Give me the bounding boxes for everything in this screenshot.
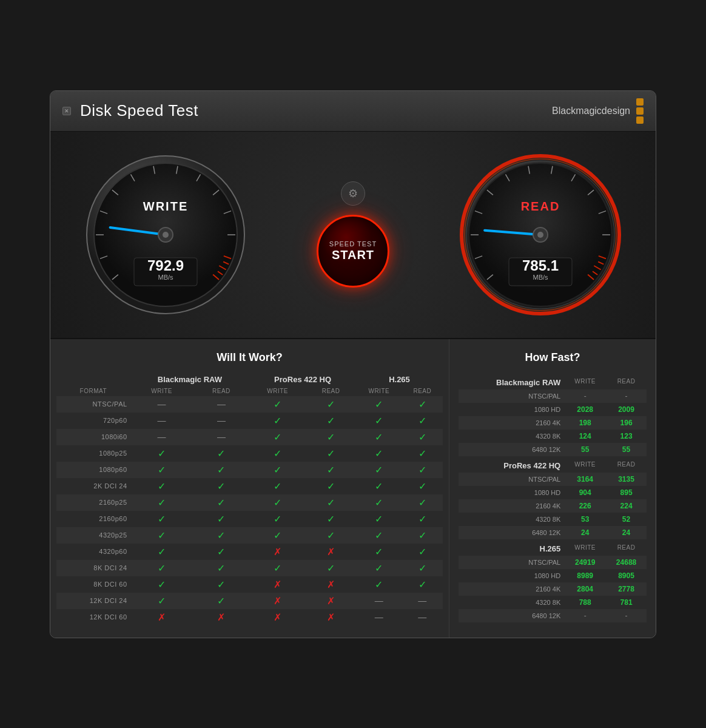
- svg-point-21: [163, 232, 169, 238]
- svg-point-49: [537, 232, 543, 238]
- brand-icon: [636, 98, 644, 124]
- hf-row: 4320 8K124123: [459, 430, 647, 443]
- close-button[interactable]: ✕: [62, 107, 71, 115]
- hf-row: 6480 12K--: [459, 609, 647, 622]
- wiw-row: 2160p60✓✓✓✓✓✓: [56, 511, 443, 527]
- start-main-label: START: [332, 248, 374, 262]
- hf-row: NTSC/PAL31643135: [459, 473, 647, 486]
- wiw-row: 1080p25✓✓✓✓✓✓: [56, 445, 443, 462]
- wiw-row: 4320p25✓✓✓✓✓✓: [56, 527, 443, 544]
- read-gauge-svg: READ 785.1 MB/s: [456, 150, 625, 320]
- start-button[interactable]: SPEED TEST START: [317, 215, 389, 288]
- brand-area: Blackmagicdesign: [552, 98, 644, 124]
- wiw-row: NTSC/PAL——✓✓✓✓: [56, 396, 443, 413]
- wiw-header-h265: H.265: [356, 373, 443, 386]
- will-it-work-title: Will It Work?: [56, 351, 443, 364]
- hf-row: 4320 8K5352: [459, 513, 647, 526]
- data-section: Will It Work? Blackmagic RAW ProRes 422 …: [50, 339, 656, 638]
- hf-row: 2160 4K28042778: [459, 582, 647, 596]
- wiw-col-pr-r: READ: [306, 386, 356, 396]
- wiw-col-bm-w: WRITE: [130, 386, 193, 396]
- hf-row: 6480 12K2424: [459, 526, 647, 539]
- wiw-row: 2K DCI 24✓✓✓✓✓✓: [56, 478, 443, 494]
- brand-dot-2: [636, 107, 644, 115]
- wiw-row: 1080i60——✓✓✓✓: [56, 429, 443, 445]
- hf-section-title-row: ProRes 422 HQWRITEREAD: [459, 456, 647, 473]
- start-sub-label: SPEED TEST: [329, 241, 377, 248]
- how-fast-panel: How Fast? Blackmagic RAWWRITEREADNTSC/PA…: [449, 339, 656, 638]
- svg-text:785.1: 785.1: [522, 257, 559, 274]
- hf-row: 4320 8K788781: [459, 596, 647, 609]
- gauges-section: WRITE 792.9 MB/s ⚙ SPEED TEST START: [50, 132, 656, 339]
- hf-row: 2160 4K198196: [459, 416, 647, 430]
- brand-name: Blackmagicdesign: [552, 106, 630, 116]
- wiw-row: 12K DCI 24✓✓✗✗——: [56, 593, 443, 609]
- will-it-work-panel: Will It Work? Blackmagic RAW ProRes 422 …: [50, 339, 449, 638]
- wiw-row: 1080p60✓✓✓✓✓✓: [56, 462, 443, 478]
- gear-icon: ⚙: [348, 187, 358, 200]
- wiw-table: Blackmagic RAW ProRes 422 HQ H.265 FORMA…: [56, 373, 443, 625]
- svg-text:MB/s: MB/s: [533, 274, 548, 281]
- wiw-col-bm-r: READ: [193, 386, 250, 396]
- brand-dot-3: [636, 116, 644, 124]
- wiw-row: 720p60——✓✓✓✓: [56, 413, 443, 429]
- hf-row: 1080 HD89898905: [459, 569, 647, 582]
- read-gauge: READ 785.1 MB/s: [449, 150, 631, 320]
- wiw-row: 2160p25✓✓✓✓✓✓: [56, 494, 443, 511]
- title-bar: ✕ Disk Speed Test Blackmagicdesign: [50, 91, 656, 132]
- wiw-col-h-w: WRITE: [356, 386, 402, 396]
- app-title: Disk Speed Test: [80, 101, 198, 120]
- wiw-col-format: FORMAT: [56, 386, 130, 396]
- wiw-row: 4320p60✓✓✗✗✓✓: [56, 544, 443, 560]
- svg-text:MB/s: MB/s: [158, 274, 173, 281]
- wiw-row: 8K DCI 24✓✓✓✓✓✓: [56, 560, 443, 576]
- hf-section-title-row: Blackmagic RAWWRITEREAD: [459, 373, 647, 389]
- svg-text:READ: READ: [521, 200, 560, 213]
- write-gauge-svg: WRITE 792.9 MB/s: [81, 150, 250, 320]
- wiw-col-h-r: READ: [402, 386, 443, 396]
- app-window: ✕ Disk Speed Test Blackmagicdesign: [50, 90, 656, 638]
- svg-text:792.9: 792.9: [147, 257, 184, 274]
- wiw-header-pr: ProRes 422 HQ: [249, 373, 356, 386]
- hf-row: 6480 12K5555: [459, 443, 647, 456]
- svg-text:WRITE: WRITE: [143, 200, 188, 213]
- hf-section-title-row: H.265WRITEREAD: [459, 539, 647, 556]
- wiw-row: 12K DCI 60✗✗✗✗——: [56, 609, 443, 625]
- hf-row: NTSC/PAL2491924688: [459, 556, 647, 569]
- hf-row: NTSC/PAL--: [459, 389, 647, 403]
- write-gauge: WRITE 792.9 MB/s: [75, 150, 257, 320]
- settings-button[interactable]: ⚙: [341, 181, 365, 206]
- wiw-row: 8K DCI 60✓✓✗✗✓✓: [56, 576, 443, 593]
- center-area: ⚙ SPEED TEST START: [317, 181, 389, 288]
- brand-dot-1: [636, 98, 644, 106]
- how-fast-title: How Fast?: [459, 351, 647, 364]
- wiw-header-bm: Blackmagic RAW: [130, 373, 250, 386]
- hf-row: 1080 HD904895: [459, 486, 647, 499]
- hf-row: 2160 4K226224: [459, 499, 647, 513]
- hf-table: Blackmagic RAWWRITEREADNTSC/PAL--1080 HD…: [459, 373, 647, 622]
- hf-row: 1080 HD20282009: [459, 403, 647, 416]
- wiw-col-pr-w: WRITE: [249, 386, 306, 396]
